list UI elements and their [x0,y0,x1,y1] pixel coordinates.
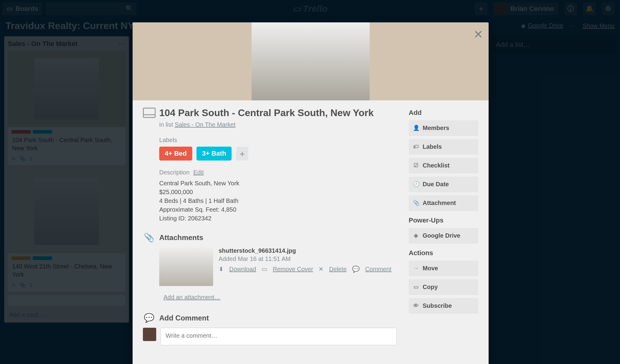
tag-icon: 🏷 [413,144,419,150]
sidebar-googledrive-button[interactable]: ◆Google Drive [409,228,478,243]
eye-icon: 👁 [413,303,419,309]
close-icon: ✕ [318,265,324,273]
plus-icon: ＋ [238,148,246,159]
close-button[interactable]: ✕ [473,28,483,41]
sidebar-labels-button[interactable]: 🏷Labels [409,139,478,154]
sidebar-item-label: Subscribe [423,302,452,309]
sidebar-item-label: Members [423,125,449,132]
cover-image [252,22,370,100]
comment-input[interactable] [160,328,397,345]
cover-icon: ▭ [262,265,267,273]
attachment-icon: 📎 [413,200,419,206]
download-icon: ⬇ [219,265,224,273]
sidebar-item-label: Attachment [423,200,456,206]
sidebar-powerups-heading: Power-Ups [409,216,478,224]
sidebar-duedate-button[interactable]: 🕘Due Date [409,177,478,192]
sidebar-item-label: Move [423,265,438,272]
sidebar-copy-button[interactable]: ▭Copy [409,279,478,294]
card-icon [143,108,156,118]
sidebar-item-label: Checklist [423,162,450,169]
card-modal: ✕ 104 Park South - Central Park South, N… [133,22,489,364]
sidebar-subscribe-button[interactable]: 👁Subscribe [409,298,478,313]
sidebar-checklist-button[interactable]: ☑Checklist [409,158,478,173]
drive-icon: ◆ [413,232,419,239]
attachment-name[interactable]: shutterstock_96631414.jpg [219,247,391,254]
label-text: 4+ Bed [165,150,187,158]
delete-link[interactable]: Delete [329,266,347,273]
close-icon: ✕ [473,28,483,41]
description-body[interactable]: Central Park South, New York $25,000,000… [159,179,397,223]
sidebar-add-heading: Add [409,109,478,117]
clock-icon: 🕘 [413,181,419,187]
copy-icon: ▭ [413,284,419,290]
add-comment-heading: Add Comment [159,314,209,322]
in-list-prefix: in list [159,121,175,128]
avatar [143,328,156,341]
sidebar-members-button[interactable]: 👤Members [409,120,478,135]
user-icon: 👤 [413,125,419,131]
attachment-item: shutterstock_96631414.jpg Added Mar 16 a… [159,247,397,286]
label-text: 3+ Bath [202,150,226,158]
check-icon: ☑ [413,162,419,169]
comment-icon: 💬 [352,265,360,273]
attachment-icon: 📎 [143,232,155,242]
sidebar-actions-heading: Actions [409,249,478,257]
download-link[interactable]: Download [229,266,256,273]
edit-description-link[interactable]: Edit [193,169,204,176]
arrow-right-icon: → [413,265,419,271]
comment-link[interactable]: Comment [365,266,391,273]
in-list: in list Sales - On The Market [159,121,397,128]
card-title[interactable]: 104 Park South - Central Park South, New… [159,108,374,118]
sidebar-item-label: Due Date [423,181,449,188]
add-attachment-link[interactable]: Add an attachment… [163,294,220,301]
labels-heading: Labels [159,137,397,144]
attachment-added: Added Mar 16 at 11:51 AM [219,255,391,262]
card-cover[interactable] [133,22,489,100]
in-list-link[interactable]: Sales - On The Market [175,121,236,128]
label-4-bed[interactable]: 4+ Bed [159,147,192,161]
attachments-heading: Attachments [159,233,203,242]
sidebar-item-label: Copy [423,284,438,291]
attachment-thumbnail[interactable] [159,247,213,286]
sidebar-item-label: Google Drive [423,232,460,239]
remove-cover-link[interactable]: Remove Cover [273,266,313,273]
sidebar-move-button[interactable]: →Move [409,261,478,276]
comment-icon: 💬 [143,313,155,323]
label-3-bath[interactable]: 3+ Bath [196,147,232,161]
sidebar-attachment-button[interactable]: 📎Attachment [409,195,478,210]
description-heading: Description [159,169,190,176]
sidebar-item-label: Labels [423,143,442,150]
add-label-button[interactable]: ＋ [236,147,248,161]
